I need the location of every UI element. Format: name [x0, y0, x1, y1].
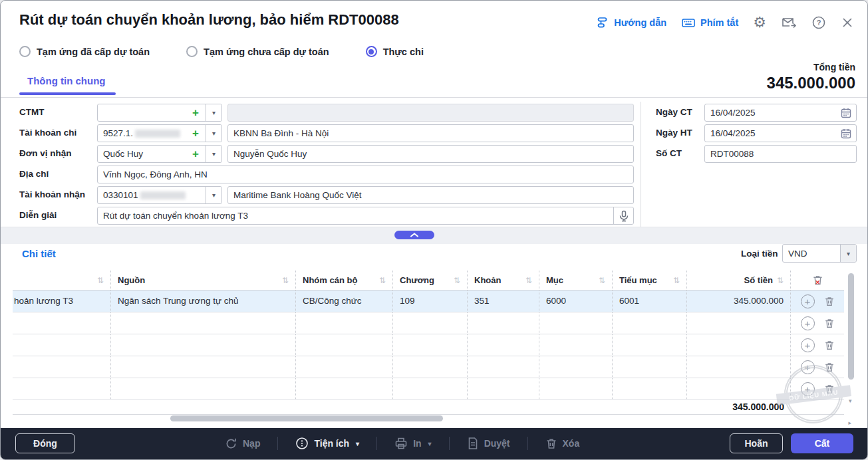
- cell-khoan[interactable]: 351: [468, 290, 539, 312]
- sort-icon[interactable]: ⇅: [97, 276, 104, 285]
- cell-muc[interactable]: 6000: [539, 290, 613, 312]
- col-header-dien-giai[interactable]: ⇅: [13, 271, 111, 290]
- table-empty-row[interactable]: +: [13, 312, 844, 334]
- cell[interactable]: [13, 356, 111, 378]
- approve-button[interactable]: Duyệt: [467, 437, 510, 450]
- table-empty-row[interactable]: +: [13, 356, 844, 378]
- add-row-icon[interactable]: +: [801, 382, 815, 396]
- currency-select[interactable]: VND ▾: [782, 244, 857, 263]
- cell[interactable]: [468, 378, 539, 400]
- add-row-icon[interactable]: +: [801, 360, 815, 374]
- account-pay-name-field[interactable]: KBNN Ba Đình - Hà Nội: [227, 124, 634, 142]
- cell[interactable]: [13, 312, 111, 334]
- settings-icon[interactable]: ⚙: [753, 15, 766, 30]
- cell[interactable]: [296, 378, 393, 400]
- print-button[interactable]: In ▾: [394, 437, 431, 450]
- cell[interactable]: [613, 334, 687, 356]
- cell[interactable]: [111, 356, 296, 378]
- receiver-name-field[interactable]: Nguyễn Quốc Huy: [227, 145, 634, 163]
- collapse-button[interactable]: [394, 231, 434, 239]
- delete-button[interactable]: Xóa: [545, 437, 580, 450]
- sort-icon[interactable]: ⇅: [379, 276, 386, 285]
- cell-nhom-can-bo[interactable]: CB/Công chức: [296, 290, 393, 312]
- col-header-nguon[interactable]: Nguồn ⇅: [111, 271, 296, 290]
- help-icon[interactable]: ?: [811, 15, 826, 30]
- delete-row-icon[interactable]: [824, 362, 835, 373]
- cell[interactable]: [687, 378, 791, 400]
- sort-icon[interactable]: ⇅: [282, 276, 289, 285]
- cell[interactable]: [613, 378, 687, 400]
- chevron-down-icon[interactable]: ▾: [206, 125, 221, 142]
- cell[interactable]: [687, 334, 791, 356]
- delete-row-icon[interactable]: [824, 340, 835, 351]
- table-empty-row[interactable]: +: [13, 334, 844, 356]
- tab-general-info[interactable]: Thông tin chung: [27, 75, 105, 86]
- cell[interactable]: [539, 334, 613, 356]
- delete-row-icon[interactable]: [824, 384, 835, 395]
- cell[interactable]: [111, 378, 296, 400]
- cell[interactable]: [539, 356, 613, 378]
- chevron-down-icon[interactable]: ▾: [206, 187, 221, 203]
- cell[interactable]: [687, 312, 791, 334]
- add-icon[interactable]: +: [192, 128, 200, 139]
- microphone-icon[interactable]: [613, 207, 633, 224]
- cell[interactable]: [296, 334, 393, 356]
- description-field[interactable]: Rút dự toán chuyển khoản lương T3: [97, 207, 634, 225]
- sort-icon[interactable]: ⇅: [599, 276, 605, 285]
- doc-date-field[interactable]: 16/04/2025: [704, 104, 857, 122]
- postpone-button[interactable]: Hoãn: [730, 433, 783, 453]
- receiver-combo[interactable]: Quốc Huy + ▾: [97, 145, 222, 163]
- doc-no-field[interactable]: RDT00088: [704, 145, 857, 163]
- reload-button[interactable]: Nạp: [225, 437, 260, 450]
- cell[interactable]: [13, 378, 111, 400]
- sort-icon[interactable]: ⇅: [454, 276, 460, 285]
- cell-nguon[interactable]: Ngân sách Trung ương tự chủ: [111, 290, 296, 312]
- cell[interactable]: [296, 312, 393, 334]
- cell[interactable]: [468, 356, 539, 378]
- table-empty-row[interactable]: +: [13, 378, 844, 400]
- cell[interactable]: [613, 312, 687, 334]
- chevron-down-icon[interactable]: ▾: [206, 104, 221, 121]
- close-button[interactable]: Đóng: [15, 433, 75, 453]
- cell[interactable]: [13, 334, 111, 356]
- add-row-icon[interactable]: +: [801, 338, 815, 352]
- send-mail-icon[interactable]: [781, 15, 797, 30]
- table-vertical-scrollbar[interactable]: [848, 273, 854, 380]
- cell-tieu-muc[interactable]: 6001: [613, 290, 687, 312]
- cell[interactable]: [539, 378, 613, 400]
- cell-dien-giai[interactable]: hoản lương T3: [13, 290, 111, 312]
- sort-icon[interactable]: ⇅: [777, 276, 784, 285]
- scroll-down-icon[interactable]: ▾: [849, 398, 852, 404]
- cell[interactable]: [539, 312, 613, 334]
- delete-row-icon[interactable]: [824, 296, 835, 307]
- sort-icon[interactable]: ⇅: [673, 276, 680, 285]
- cell[interactable]: [687, 356, 791, 378]
- address-field[interactable]: Vĩnh Ngọc, Đông Anh, HN: [97, 166, 634, 183]
- calendar-icon[interactable]: [841, 125, 856, 142]
- cell[interactable]: [393, 356, 468, 378]
- account-receive-combo[interactable]: 0330101 ▾: [97, 186, 222, 204]
- cell[interactable]: [393, 312, 468, 334]
- cell-so-tien[interactable]: 345.000.000: [687, 290, 791, 312]
- cell[interactable]: [468, 312, 539, 334]
- delete-all-icon[interactable]: ✕: [812, 275, 823, 286]
- col-header-nhom-can-bo[interactable]: Nhóm cán bộ ⇅: [296, 271, 393, 290]
- add-icon[interactable]: +: [192, 148, 200, 160]
- cell[interactable]: [393, 334, 468, 356]
- add-row-icon[interactable]: +: [801, 316, 815, 330]
- table-row[interactable]: hoản lương T3 Ngân sách Trung ương tự ch…: [13, 290, 844, 312]
- cell[interactable]: [613, 356, 687, 378]
- calendar-icon[interactable]: [841, 104, 856, 121]
- radio-thuc-chi[interactable]: Thực chi: [366, 46, 424, 57]
- scroll-right-icon[interactable]: ▸: [848, 419, 851, 426]
- cell[interactable]: [296, 356, 393, 378]
- cell[interactable]: [393, 378, 468, 400]
- account-pay-combo[interactable]: 9527.1. + ▾: [97, 124, 222, 142]
- post-date-field[interactable]: 16/04/2025: [704, 124, 857, 142]
- cell-chuong[interactable]: 109: [393, 290, 468, 312]
- radio-tam-ung-chua-cap[interactable]: Tạm ứng chưa cấp dự toán: [186, 46, 329, 57]
- add-icon[interactable]: +: [192, 107, 200, 118]
- col-header-tieu-muc[interactable]: Tiểu mục ⇅: [613, 271, 687, 290]
- table-horizontal-scrollbar[interactable]: [170, 415, 443, 421]
- col-header-muc[interactable]: Mục ⇅: [539, 271, 613, 290]
